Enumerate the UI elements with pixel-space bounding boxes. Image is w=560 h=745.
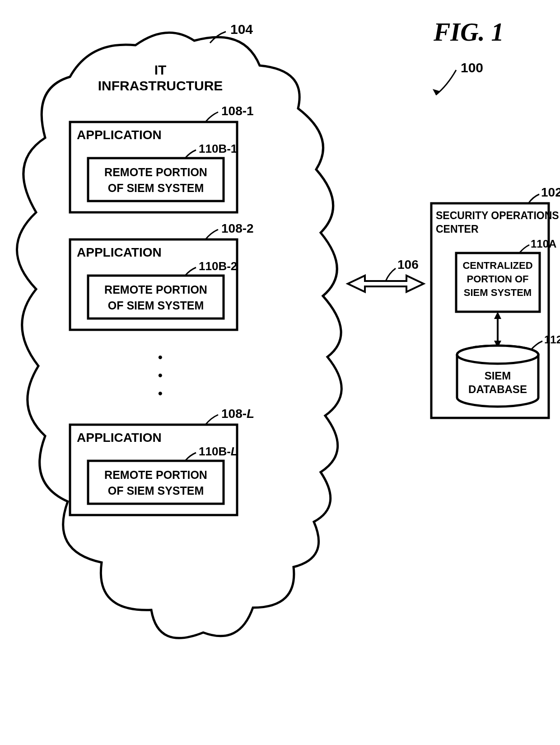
ellipsis-3: • xyxy=(158,386,163,400)
application-box-2: 108-2 APPLICATION 110B-2 REMOTE PORTION … xyxy=(70,221,254,330)
soc-box: 102 SECURITY OPERATIONS CENTER 110A CENT… xyxy=(431,185,560,418)
soc-title-line1: SECURITY OPERATIONS xyxy=(436,210,559,221)
app-1-inner-line1: REMOTE PORTION xyxy=(104,166,207,178)
figure-ref-arrowhead xyxy=(433,89,440,95)
app-L-label: APPLICATION xyxy=(77,431,162,445)
svg-marker-8 xyxy=(348,276,424,292)
cloud-title-line2: INFRASTRUCTURE xyxy=(98,78,223,93)
db-line2: DATABASE xyxy=(468,383,527,395)
svg-text:108-L: 108-L xyxy=(221,407,254,421)
app-1-inner-ref: 110B-1 xyxy=(199,142,237,155)
ellipsis-1: • xyxy=(158,350,163,364)
svg-rect-6 xyxy=(88,461,224,504)
app-1-inner-line2: OF SIEM SYSTEM xyxy=(108,182,204,194)
app-L-inner-line1: REMOTE PORTION xyxy=(104,469,207,481)
svg-rect-1 xyxy=(88,158,224,201)
app-1-label: APPLICATION xyxy=(77,128,162,142)
soc-portion-line2: PORTION OF xyxy=(467,273,529,285)
app-L-inner-line2: OF SIEM SYSTEM xyxy=(108,484,204,497)
soc-portion-line1: CENTRALIZED xyxy=(462,260,532,271)
cloud-title-line1: IT xyxy=(154,62,167,77)
db-line1: SIEM xyxy=(485,370,511,382)
soc-portion-ref: 110A xyxy=(531,238,556,250)
app-2-inner-ref: 110B-2 xyxy=(199,259,237,273)
soc-ref: 102 xyxy=(541,185,560,199)
connector-ref: 106 xyxy=(397,258,419,272)
application-box-L: 108-L APPLICATION 110B-L REMOTE PORTION … xyxy=(70,407,254,515)
db-ref: 112 xyxy=(544,333,560,346)
app-2-ref: 108-2 xyxy=(221,221,254,235)
svg-point-15 xyxy=(457,346,538,364)
connector-arrow: 106 xyxy=(348,258,424,292)
figure-canvas: FIG. 1 100 104 IT INFRASTRUCTURE 108-1 A… xyxy=(0,0,560,745)
svg-rect-3 xyxy=(88,276,224,319)
soc-portion-line3: SIEM SYSTEM xyxy=(464,287,532,298)
app-2-inner-line1: REMOTE PORTION xyxy=(104,283,207,296)
soc-title-line2: CENTER xyxy=(436,223,479,235)
figure-ref-100: 100 xyxy=(461,60,483,75)
app-2-inner-line2: OF SIEM SYSTEM xyxy=(108,299,204,312)
svg-text:110B-L: 110B-L xyxy=(199,445,238,458)
cloud-ref: 104 xyxy=(230,22,253,37)
ellipsis-2: • xyxy=(158,368,163,382)
app-1-ref: 108-1 xyxy=(221,104,254,118)
app-2-label: APPLICATION xyxy=(77,245,162,259)
application-box-1: 108-1 APPLICATION 110B-1 REMOTE PORTION … xyxy=(70,104,254,212)
figure-label: FIG. 1 xyxy=(433,18,504,46)
